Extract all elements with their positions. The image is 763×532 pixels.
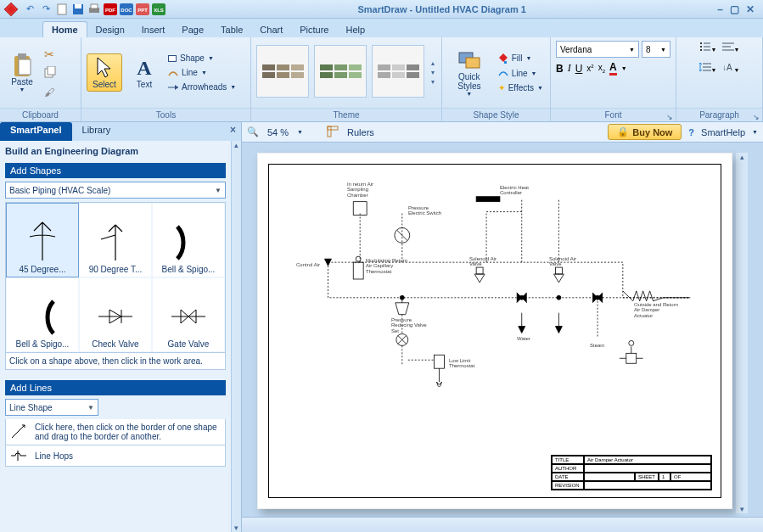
titlebar: ↶ ↷ PDF DOC PPT XLS SmartDraw - Untitled… <box>0 0 763 19</box>
shape-bell-spigot-1[interactable]: Bell & Spigo... <box>152 203 225 277</box>
side-panel-close-icon[interactable]: × <box>225 122 241 141</box>
doc-icon[interactable]: DOC <box>119 2 134 17</box>
subscript-button[interactable]: x2 <box>598 63 605 74</box>
fill-dropdown[interactable]: Fill ▼ <box>497 53 545 64</box>
tab-insert[interactable]: Insert <box>133 22 174 37</box>
font-size-combo[interactable]: 8▼ <box>642 41 670 58</box>
drawing-page[interactable]: Control Air In return Air Sampling Chamb… <box>257 153 732 509</box>
line-style-icon <box>498 69 508 77</box>
theme-item[interactable] <box>372 45 424 98</box>
font-color-button[interactable]: A <box>609 61 617 76</box>
svg-rect-17 <box>19 59 31 75</box>
format-painter-icon[interactable]: 🖌 <box>44 87 56 98</box>
underline-button[interactable]: U <box>575 63 583 75</box>
minimize-button[interactable]: – <box>717 3 723 15</box>
canvas-viewport[interactable]: Control Air In return Air Sampling Chamb… <box>242 143 763 517</box>
gallery-more-icon[interactable]: ▾ <box>431 78 435 86</box>
theme-item[interactable] <box>256 45 309 98</box>
svg-point-49 <box>400 295 404 300</box>
shape-dropdown[interactable]: Shape ▼ <box>166 53 238 64</box>
save-icon[interactable] <box>70 2 86 17</box>
tab-page[interactable]: Page <box>173 22 212 37</box>
lbl-electric-heat: Electric Heat Controller <box>500 185 537 196</box>
lbl-solenoid-1: Solenoid Air Valve <box>469 256 502 267</box>
superscript-button[interactable]: x2 <box>586 64 593 73</box>
shape-45-degree[interactable]: 45 Degree... <box>6 203 79 277</box>
select-button[interactable]: Select <box>87 53 122 92</box>
cut-icon[interactable]: ✂ <box>44 48 56 61</box>
xls-icon[interactable]: XLS <box>151 2 166 17</box>
redo-icon[interactable]: ↷ <box>38 2 53 17</box>
close-button[interactable]: ✕ <box>746 3 755 15</box>
shape-bell-spigot-2[interactable]: Bell & Spigo... <box>6 277 79 352</box>
lbl-damper: Outside and Return Air Damper Actuator <box>634 302 680 318</box>
effects-dropdown[interactable]: ✦Effects ▼ <box>497 82 545 93</box>
lbl-water: Water <box>517 336 530 341</box>
bold-button[interactable]: B <box>556 63 564 75</box>
line-style-dropdown[interactable]: Line ▼ <box>497 68 545 79</box>
shape-90-degree[interactable]: 90 Degree T... <box>79 203 152 277</box>
lbl-pressure-valve: Pressure Reducing Valve Set <box>391 317 429 333</box>
gallery-up-icon[interactable]: ▴ <box>431 59 435 67</box>
new-icon[interactable] <box>54 2 70 17</box>
group-theme: ▴ ▾ ▾ Theme <box>251 37 442 121</box>
zoom-icon[interactable]: 🔍 <box>247 126 259 137</box>
pdf-icon[interactable]: PDF <box>103 2 118 17</box>
smarthelp-button[interactable]: SmartHelp <box>701 127 745 137</box>
quick-styles-button[interactable]: Quick Styles▼ <box>447 47 491 98</box>
italic-button[interactable]: I <box>568 62 571 75</box>
zoom-level[interactable]: 54 % <box>267 127 289 137</box>
line-hops-icon <box>9 449 28 462</box>
tab-picture[interactable]: Picture <box>291 22 337 37</box>
canvas-toolbar: 🔍 54 %▼ Rulers 🔒Buy Now ? SmartHelp▼ <box>242 122 763 143</box>
svg-text:XLS: XLS <box>154 8 164 13</box>
svg-rect-24 <box>504 61 507 64</box>
text-direction-button[interactable]: ↓A▼ <box>722 60 740 76</box>
undo-icon[interactable]: ↶ <box>22 2 37 17</box>
gallery-down-icon[interactable]: ▾ <box>431 69 435 76</box>
tab-design[interactable]: Design <box>87 22 133 37</box>
help-icon: ? <box>688 127 694 137</box>
copy-icon[interactable] <box>44 66 56 81</box>
shape-gate-valve[interactable]: Gate Valve <box>152 277 225 352</box>
vertical-scrollbar[interactable]: ▴▾ <box>736 153 748 513</box>
tab-help[interactable]: Help <box>337 22 373 37</box>
bullets-button[interactable]: ▼ <box>699 40 717 55</box>
effects-icon: ✦ <box>498 83 505 92</box>
font-launcher-icon[interactable]: ↘ <box>666 110 673 124</box>
text-button[interactable]: A Text <box>127 54 161 91</box>
svg-marker-56 <box>519 327 525 333</box>
tab-home[interactable]: Home <box>42 21 87 37</box>
font-name-combo[interactable]: Verdana▼ <box>556 41 639 58</box>
arrowheads-dropdown[interactable]: Arrowheads ▼ <box>166 81 238 92</box>
tab-library[interactable]: Library <box>72 122 121 141</box>
svg-rect-44 <box>353 262 363 279</box>
svg-rect-43 <box>353 202 367 216</box>
theme-gallery[interactable] <box>255 43 426 103</box>
theme-item[interactable] <box>314 45 367 98</box>
align-button[interactable]: ▼ <box>722 40 740 55</box>
paste-button[interactable]: Paste ▼ <box>5 52 39 94</box>
svg-rect-23 <box>466 58 480 68</box>
maximize-button[interactable]: ▢ <box>730 3 739 15</box>
svg-point-51 <box>557 295 561 300</box>
tab-chart[interactable]: Chart <box>251 22 291 37</box>
shape-category-combo[interactable]: Basic Piping (HVAC Scale)▼ <box>5 182 226 199</box>
svg-point-29 <box>700 49 702 51</box>
line-spacing-button[interactable]: ▼ <box>699 60 717 76</box>
line-shape-combo[interactable]: Line Shape▼ <box>5 399 98 416</box>
horizontal-scrollbar[interactable] <box>242 517 763 532</box>
paragraph-launcher-icon[interactable]: ↘ <box>753 110 760 124</box>
rulers-button[interactable]: Rulers <box>347 127 374 137</box>
tab-table[interactable]: Table <box>212 22 251 37</box>
print-icon[interactable] <box>87 2 102 17</box>
shape-check-valve[interactable]: Check Valve <box>79 277 152 352</box>
side-panel: SmartPanel Library × Build an Engineerin… <box>0 122 242 532</box>
svg-rect-55 <box>555 267 562 274</box>
ppt-icon[interactable]: PPT <box>135 2 150 17</box>
buy-now-button[interactable]: 🔒Buy Now <box>608 124 682 140</box>
svg-text:↓A: ↓A <box>722 63 732 72</box>
side-panel-scrollbar[interactable]: ▴▾ <box>231 141 241 532</box>
tab-smartpanel[interactable]: SmartPanel <box>0 122 72 141</box>
line-dropdown[interactable]: Line ▼ <box>166 67 238 78</box>
